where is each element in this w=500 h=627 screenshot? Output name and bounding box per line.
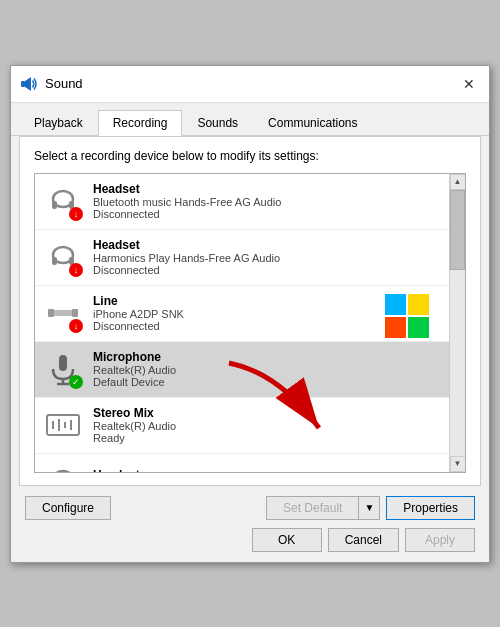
cancel-button[interactable]: Cancel [328,528,399,552]
svg-rect-10 [72,309,78,317]
sound-icon [19,74,39,94]
set-default-group: Set Default ▼ Properties [266,496,475,520]
svg-rect-6 [52,257,57,265]
device-info-1: Headset Bluetooth music Hands-Free AG Au… [93,182,441,220]
tab-sounds[interactable]: Sounds [182,110,253,136]
device-status-4: Default Device [93,376,441,388]
scroll-down-arrow[interactable]: ▼ [450,456,466,472]
disconnect-badge-2: ↓ [69,263,83,277]
device-info-5: Stereo Mix Realtek(R) Audio Ready [93,406,441,444]
svg-marker-1 [25,77,31,91]
device-name-5: Stereo Mix [93,406,441,420]
device-item[interactable]: ↓ Headset Bluetooth music Hands-Free AG … [35,174,449,230]
device-item[interactable]: ↓ Headset Harmonics Play Hands-Free AG A… [35,230,449,286]
windows-tile [385,294,429,338]
tab-communications[interactable]: Communications [253,110,372,136]
instruction-text: Select a recording device below to modif… [34,149,466,163]
title-bar-left: Sound [19,74,83,94]
set-default-dropdown[interactable]: ▼ [358,496,380,520]
device-item[interactable]: Stereo Mix Realtek(R) Audio Ready [35,398,449,454]
disconnect-badge-1: ↓ [69,207,83,221]
svg-rect-11 [59,355,67,371]
disconnect-badge-3: ↓ [69,319,83,333]
bottom-row1: Configure Set Default ▼ Properties [25,496,475,520]
headset-icon-1: ↓ [43,181,83,221]
scrollbar[interactable]: ▲ ▼ [449,174,465,472]
scroll-track[interactable] [450,190,465,456]
svg-point-19 [53,471,73,472]
device-status-2: Disconnected [93,264,441,276]
bottom-row2: OK Cancel Apply [25,528,475,552]
apply-button[interactable]: Apply [405,528,475,552]
close-button[interactable]: ✕ [457,72,481,96]
svg-rect-3 [52,201,57,209]
ok-button[interactable]: OK [252,528,322,552]
device-info-4: Microphone Realtek(R) Audio Default Devi… [93,350,441,388]
tab-bar: Playback Recording Sounds Communications [11,103,489,136]
configure-button[interactable]: Configure [25,496,111,520]
properties-button[interactable]: Properties [386,496,475,520]
window-title: Sound [45,76,83,91]
svg-rect-9 [48,309,54,317]
device-name-6: Headset [93,468,441,472]
set-default-button[interactable]: Set Default [266,496,358,520]
device-item[interactable]: ↓ Line iPhone A2DP SNK Disconnected [35,286,449,342]
stereo-mix-icon [43,405,83,445]
svg-rect-0 [21,81,25,87]
headset-icon-6 [43,461,83,472]
microphone-icon: ✓ [43,349,83,389]
main-content: Select a recording device below to modif… [19,136,481,486]
device-name-4: Microphone [93,350,441,364]
default-badge: ✓ [69,375,83,389]
device-desc-5: Realtek(R) Audio [93,420,441,432]
device-list: ↓ Headset Bluetooth music Hands-Free AG … [35,174,449,472]
device-item-selected[interactable]: ✓ Microphone Realtek(R) Audio Default De… [35,342,449,398]
device-list-wrapper: ↓ Headset Bluetooth music Hands-Free AG … [34,173,466,473]
device-desc-1: Bluetooth music Hands-Free AG Audio [93,196,441,208]
svg-rect-14 [47,415,79,435]
device-name-1: Headset [93,182,441,196]
headset-icon-2: ↓ [43,237,83,277]
device-desc-2: Harmonics Play Hands-Free AG Audio [93,252,441,264]
device-info-2: Headset Harmonics Play Hands-Free AG Aud… [93,238,441,276]
device-item[interactable]: Headset VEXTRON NORDIC Hands-Free Audio [35,454,449,472]
line-icon: ↓ [43,293,83,333]
device-status-5: Ready [93,432,441,444]
device-desc-4: Realtek(R) Audio [93,364,441,376]
scroll-up-arrow[interactable]: ▲ [450,174,466,190]
device-info-6: Headset VEXTRON NORDIC Hands-Free Audio [93,468,441,472]
bottom-area: Configure Set Default ▼ Properties OK Ca… [11,486,489,562]
device-status-1: Disconnected [93,208,441,220]
title-bar: Sound ✕ [11,66,489,103]
device-name-2: Headset [93,238,441,252]
device-list-container: ↓ Headset Bluetooth music Hands-Free AG … [34,173,466,473]
scroll-thumb[interactable] [450,190,465,270]
tab-recording[interactable]: Recording [98,110,183,136]
sound-dialog: Sound ✕ Playback Recording Sounds Commun… [10,65,490,563]
tab-playback[interactable]: Playback [19,110,98,136]
